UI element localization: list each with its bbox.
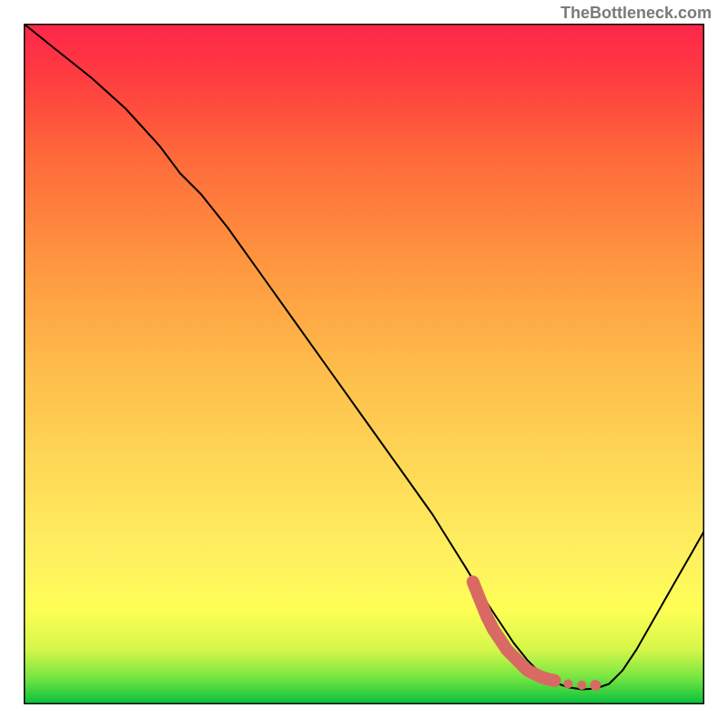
svg-point-2 xyxy=(590,680,601,691)
plot-area xyxy=(24,24,704,704)
chart-container: TheBottleneck.com xyxy=(0,0,728,728)
svg-point-0 xyxy=(563,680,572,689)
watermark-text: TheBottleneck.com xyxy=(561,4,712,23)
chart-svg xyxy=(24,24,704,704)
svg-point-1 xyxy=(577,681,586,690)
gradient-background xyxy=(24,24,704,704)
